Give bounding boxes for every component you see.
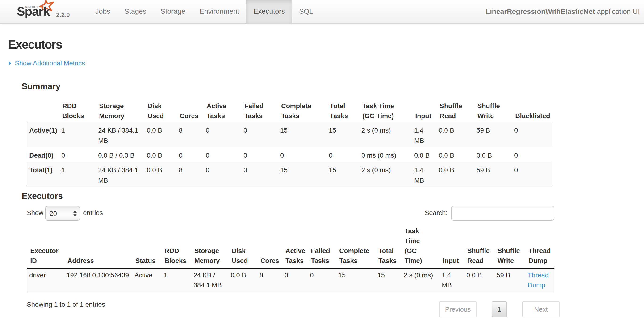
svg-text:Spark: Spark (17, 5, 50, 18)
